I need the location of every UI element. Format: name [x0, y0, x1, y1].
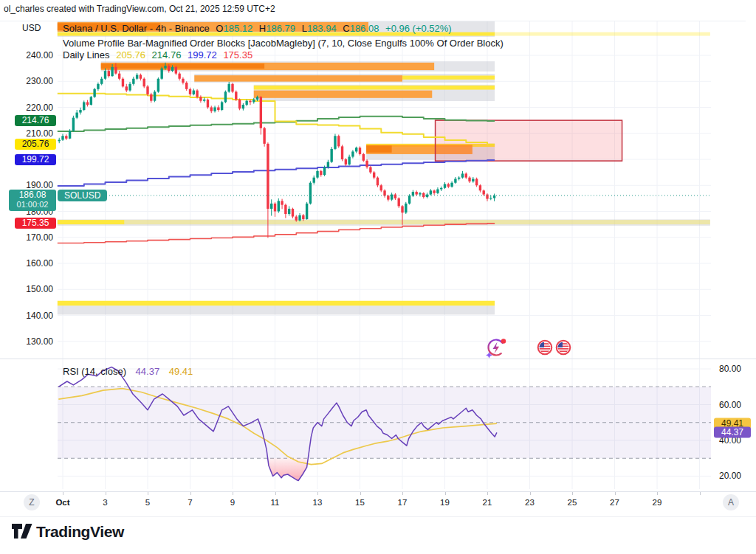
candle-body: [100, 79, 103, 84]
order-block-orange_deep: [366, 145, 392, 153]
candle-body: [394, 195, 396, 198]
candle-body: [444, 184, 446, 187]
rsi-oversold-fill: [268, 458, 309, 480]
candle-body: [245, 101, 247, 105]
timezone-button[interactable]: Z: [24, 494, 40, 510]
candle-body: [157, 79, 159, 92]
time-tick: 7: [188, 498, 192, 507]
rsi-axis[interactable]: 80.0060.0040.0020.0049.4144.37: [711, 359, 756, 491]
candle-body: [104, 71, 106, 79]
candle-body: [256, 97, 258, 100]
daily-value-blue: 199.72: [188, 49, 217, 60]
candle-body: [302, 215, 304, 219]
order-block-yellow_pale: [124, 220, 710, 224]
time-tick-mark: [317, 492, 318, 495]
time-tick: 29: [653, 498, 662, 507]
candle-body: [359, 148, 361, 154]
open-value: 185.12: [223, 23, 252, 34]
time-tick: 3: [103, 498, 107, 507]
rsi-value: 44.37: [136, 366, 160, 377]
candle-body: [281, 201, 283, 204]
candle-body: [228, 84, 230, 92]
candle-body: [160, 69, 162, 79]
bar-countdown: 01:00:02: [9, 200, 56, 210]
candle-body: [493, 195, 495, 198]
candle-body: [171, 67, 173, 71]
candle-body: [238, 100, 241, 108]
daily-lines-legend-row[interactable]: Daily Lines 205.76 214.76 199.72 175.35: [63, 49, 256, 60]
candle-body: [263, 128, 265, 144]
time-tick-mark: [233, 492, 233, 495]
candle-body: [128, 84, 131, 91]
time-tick: 13: [313, 498, 323, 507]
order-block-yellow: [254, 86, 495, 90]
time-axis[interactable]: Z A Oct357911131517192123252729: [0, 491, 756, 517]
rsi-ma-value: 49.41: [169, 366, 193, 377]
candle-body: [412, 192, 414, 195]
price-label-daily-red: 175.35: [15, 218, 56, 229]
ai-spark-icon[interactable]: [484, 335, 509, 363]
time-tick: 19: [440, 498, 450, 507]
candle-body: [278, 201, 280, 211]
candle-body: [249, 101, 251, 103]
candle-body: [298, 215, 300, 221]
time-tick-mark: [360, 492, 361, 495]
candle-body: [65, 136, 67, 139]
time-tick: 5: [145, 498, 150, 507]
low-value: 183.94: [307, 23, 337, 34]
time-tick: 9: [230, 498, 235, 507]
tradingview-logo-icon[interactable]: [12, 524, 32, 541]
price-axis[interactable]: USD 240.00230.00220.00210.00190.00180.00…: [0, 21, 58, 359]
candle-body: [447, 184, 450, 187]
candle-body: [433, 190, 435, 193]
candle-body: [461, 173, 464, 177]
us-flag-event-icon[interactable]: [555, 339, 571, 359]
us-flag-event-icon[interactable]: [537, 339, 553, 359]
candle-body: [341, 146, 343, 159]
candle-body: [369, 167, 371, 173]
candle-body: [295, 217, 298, 221]
tradingview-logo-text[interactable]: TradingView: [36, 523, 124, 541]
daily-value-red: 175.35: [223, 49, 252, 60]
chart-canvas[interactable]: [0, 0, 756, 554]
order-block-orange: [254, 91, 433, 98]
time-tick: 15: [355, 498, 365, 507]
symbol-tag[interactable]: SOLUSD: [58, 190, 107, 201]
candle-body: [86, 102, 89, 105]
candle-body: [72, 118, 75, 131]
pane-top-divider: [0, 21, 746, 21]
candle-body: [164, 66, 166, 69]
price-tick: 130.00: [26, 336, 53, 347]
daily-value-yellow: 205.76: [116, 49, 145, 60]
time-tick: 27: [610, 498, 619, 507]
daily-value-green: 214.76: [152, 49, 182, 60]
candle-body: [199, 97, 202, 100]
candle-body: [140, 75, 142, 78]
pane-divider[interactable]: [0, 359, 756, 359]
candle-body: [90, 97, 92, 105]
symbol-legend-row[interactable]: Solana / U.S. Dollar - 4h - Binance O185…: [63, 23, 456, 34]
candle-body: [132, 79, 134, 84]
candle-body: [221, 102, 223, 110]
candle-body: [260, 97, 262, 128]
candle-body: [362, 154, 365, 161]
time-tick-mark: [148, 492, 148, 495]
candle-body: [224, 91, 227, 102]
time-tick: 25: [568, 498, 577, 507]
candle-body: [75, 113, 78, 118]
indicator-legend-row[interactable]: Volume Profile Bar-Magnified Order Block…: [63, 38, 507, 49]
candle-body: [118, 74, 120, 79]
currency-label: USD: [22, 23, 41, 33]
rsi-tick: 80.00: [719, 364, 741, 374]
candle-body: [323, 167, 326, 176]
candle-body: [111, 67, 113, 76]
rsi-title: RSI (14, close): [63, 366, 126, 377]
candle-body: [348, 156, 350, 165]
rsi-legend-row[interactable]: RSI (14, close) 44.37 49.41: [63, 366, 199, 377]
candle-body: [426, 195, 428, 198]
candle-body: [69, 131, 71, 139]
candle-body: [345, 159, 347, 165]
auto-scale-button[interactable]: A: [723, 494, 739, 510]
time-tick-mark: [63, 492, 63, 495]
candle-body: [122, 79, 124, 87]
